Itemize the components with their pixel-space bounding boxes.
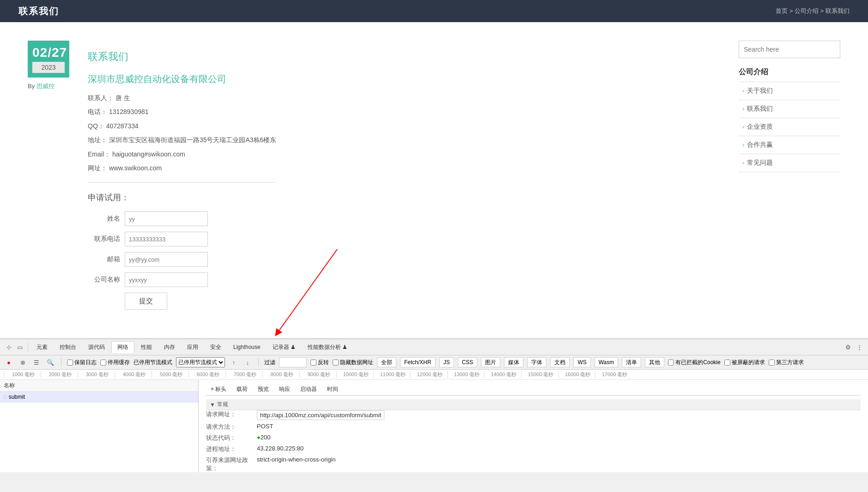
tab-preview[interactable]: 预览 xyxy=(253,384,273,395)
tab-memory[interactable]: 内存 xyxy=(158,342,181,353)
trial-title: 申请试用： xyxy=(88,192,276,203)
more-icon[interactable]: ⋮ xyxy=(854,342,864,352)
tab-recorder[interactable]: 记录器 ♟ xyxy=(267,342,301,353)
breadcrumb-home[interactable]: 首页 xyxy=(776,7,788,14)
date-badge: 02/27 2023 By 思威控 xyxy=(28,41,79,90)
tick-10: 10000 毫秒 xyxy=(336,371,373,378)
import-icon[interactable]: ↑ xyxy=(229,357,239,367)
search-input[interactable] xyxy=(739,41,840,58)
request-url-value: http://api.1000mz.com/api/customform/sub… xyxy=(257,410,384,420)
company-label: 公司名称 xyxy=(88,276,120,284)
sidebar-item-qualification[interactable]: › 企业资质 xyxy=(739,118,840,136)
filter-other[interactable]: 其他 xyxy=(645,357,664,367)
stop-icon[interactable]: ⊗ xyxy=(18,357,28,367)
tab-application[interactable]: 应用 xyxy=(182,342,204,353)
tab-elements[interactable]: 元素 xyxy=(31,342,53,353)
chevron-icon: › xyxy=(742,106,744,112)
filter-js[interactable]: JS xyxy=(439,357,454,367)
chevron-icon: › xyxy=(742,142,744,148)
filter-icon[interactable]: ☰ xyxy=(31,357,42,367)
name-input[interactable] xyxy=(125,211,208,226)
tick-16: 16000 毫秒 xyxy=(558,371,595,378)
blocked-request-label[interactable]: 被屏蔽的请求 xyxy=(724,359,765,366)
device-icon[interactable]: ▭ xyxy=(15,342,25,352)
devtools-panel: ⊹ ▭ 元素 控制台 源代码 网络 性能 内存 应用 安全 Lighthouse… xyxy=(0,338,868,472)
submit-button[interactable]: 提交 xyxy=(125,293,167,310)
disable-cache-label[interactable]: 停用缓存 xyxy=(100,359,130,366)
export-icon[interactable]: ↓ xyxy=(243,357,253,367)
third-party-label[interactable]: 第三方请求 xyxy=(769,359,804,366)
sidebar-item-contact[interactable]: › 联系我们 xyxy=(739,100,840,118)
request-method-label: 请求方法： xyxy=(206,423,257,431)
tab-console[interactable]: 控制台 xyxy=(54,342,82,353)
blocked-cookie-label[interactable]: 有已拦截的Cookie xyxy=(668,359,720,366)
phone-info: 电话： 13128930981 xyxy=(88,107,276,117)
section-general[interactable]: ▼ 常规 xyxy=(206,399,861,410)
tab-sources[interactable]: 源代码 xyxy=(83,342,110,353)
breadcrumb-current: 联系我们 xyxy=(826,7,850,14)
breadcrumb: 首页 > 公司介绍 > 联系我们 xyxy=(776,7,850,15)
tab-performance-insights[interactable]: 性能数据分析 ♟ xyxy=(302,342,353,353)
tab-network[interactable]: 网络 xyxy=(111,341,134,353)
email-info: Email： haiguotang#swikoon.com xyxy=(88,149,276,159)
status-code-row: 状态代码： ● 200 xyxy=(206,434,861,442)
network-list-header: 名称 xyxy=(0,380,198,392)
filter-manifest[interactable]: 清单 xyxy=(622,357,641,367)
phone-input[interactable] xyxy=(125,232,208,246)
tab-security[interactable]: 安全 xyxy=(205,342,227,353)
preserve-log-checkbox[interactable] xyxy=(67,360,73,366)
sidebar-item-about[interactable]: › 关于我们 xyxy=(739,82,840,100)
network-row-submit[interactable]: □ submit xyxy=(0,392,198,402)
filter-text-label: 过滤 xyxy=(264,359,275,366)
preserve-log-label[interactable]: 保留日志 xyxy=(67,359,97,366)
tab-response[interactable]: 响应 xyxy=(274,384,295,395)
filter-doc[interactable]: 文档 xyxy=(550,357,570,367)
section-label: 常规 xyxy=(217,401,228,408)
settings-icon[interactable]: ⚙ xyxy=(843,342,853,352)
cursor-icon[interactable]: ⊹ xyxy=(4,342,14,352)
filter-all[interactable]: 全部 xyxy=(377,357,396,367)
author-link[interactable]: 思威控 xyxy=(36,83,55,90)
referrer-policy-row: 引荐来源网址政策： strict-origin-when-cross-origi… xyxy=(206,456,861,472)
tab-payload[interactable]: 载荷 xyxy=(232,384,252,395)
devtools-tab-bar: ⊹ ▭ 元素 控制台 源代码 网络 性能 内存 应用 安全 Lighthouse… xyxy=(0,339,868,355)
filter-input[interactable] xyxy=(279,357,307,367)
filter-font[interactable]: 字体 xyxy=(527,357,546,367)
filter-img[interactable]: 图片 xyxy=(481,357,500,367)
search-icon[interactable]: 🔍 xyxy=(45,357,55,367)
email-input[interactable] xyxy=(125,252,208,267)
network-bottom: 名称 □ submit × 标头 载荷 预览 响应 启动器 时间 ▼ 常规 xyxy=(0,380,868,472)
sidebar-item-faq[interactable]: › 常见问题 xyxy=(739,154,840,172)
tick-1: 1000 毫秒 xyxy=(4,371,41,378)
right-sidebar: 公司介绍 › 关于我们 › 联系我们 › 企业资质 › 合作共赢 › 常见问题 xyxy=(739,41,840,320)
remote-address-row: 进程地址： 43.228.90.225:80 xyxy=(206,445,861,453)
filter-css[interactable]: CSS xyxy=(458,357,478,367)
tick-4: 4000 毫秒 xyxy=(115,371,152,378)
breadcrumb-company[interactable]: 公司介绍 xyxy=(795,7,819,14)
throttle-select[interactable]: 已停用节流模式 xyxy=(176,357,225,367)
company-row: 公司名称 xyxy=(88,272,276,287)
hide-data-url-label[interactable]: 隐藏数据网址 xyxy=(333,359,373,366)
tab-timing[interactable]: 时间 xyxy=(322,384,343,395)
filter-fetch-xhr[interactable]: Fetch/XHR xyxy=(400,357,436,367)
tab-performance[interactable]: 性能 xyxy=(135,342,158,353)
trial-form: 申请试用： 姓名 联系电话 邮箱 公司名称 xyxy=(88,192,276,310)
invert-label[interactable]: 反转 xyxy=(310,359,329,366)
filter-media[interactable]: 媒体 xyxy=(504,357,523,367)
status-code-value: 200 xyxy=(261,434,271,442)
tick-5: 5000 毫秒 xyxy=(152,371,188,378)
toolbar-divider xyxy=(28,343,28,351)
tab-lighthouse[interactable]: Lighthouse xyxy=(228,342,266,352)
sidebar-item-cooperation[interactable]: › 合作共赢 xyxy=(739,136,840,154)
filter-wasm[interactable]: Wasm xyxy=(595,357,619,367)
tab-initiator[interactable]: 启动器 xyxy=(296,384,322,395)
record-icon[interactable]: ● xyxy=(4,357,14,367)
tab-headers[interactable]: × 标头 xyxy=(206,384,231,395)
company-input[interactable] xyxy=(125,272,208,287)
tick-17: 17000 毫秒 xyxy=(595,371,632,378)
article-title: 联系我们 xyxy=(88,50,276,64)
phone-label: 联系电话 xyxy=(88,235,120,243)
disable-cache-checkbox[interactable] xyxy=(100,360,106,366)
date-year: 2023 xyxy=(32,62,65,73)
filter-ws[interactable]: WS xyxy=(573,357,590,367)
